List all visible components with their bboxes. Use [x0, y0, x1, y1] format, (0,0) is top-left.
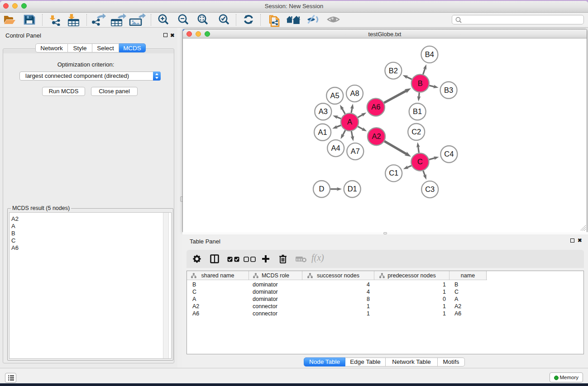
svg-text:B: B [418, 79, 423, 87]
svg-text:B1: B1 [413, 107, 422, 115]
svg-text:D: D [319, 185, 325, 193]
svg-text:C: C [417, 157, 423, 166]
svg-text:C1: C1 [389, 169, 398, 177]
svg-text:B4: B4 [425, 50, 434, 58]
svg-text:A7: A7 [351, 147, 360, 155]
svg-text:A4: A4 [331, 144, 340, 152]
svg-text:B3: B3 [444, 86, 453, 94]
svg-text:A3: A3 [319, 107, 328, 115]
svg-text:C4: C4 [444, 150, 454, 158]
svg-text:C3: C3 [425, 185, 435, 193]
svg-text:A1: A1 [318, 128, 327, 136]
svg-text:B2: B2 [389, 67, 398, 75]
svg-text:A6: A6 [371, 103, 380, 111]
svg-text:D1: D1 [348, 185, 357, 193]
svg-text:A8: A8 [350, 89, 359, 97]
svg-text:A: A [347, 118, 352, 126]
svg-text:C2: C2 [411, 128, 421, 136]
svg-text:A5: A5 [330, 91, 339, 100]
svg-text:A2: A2 [372, 132, 381, 140]
